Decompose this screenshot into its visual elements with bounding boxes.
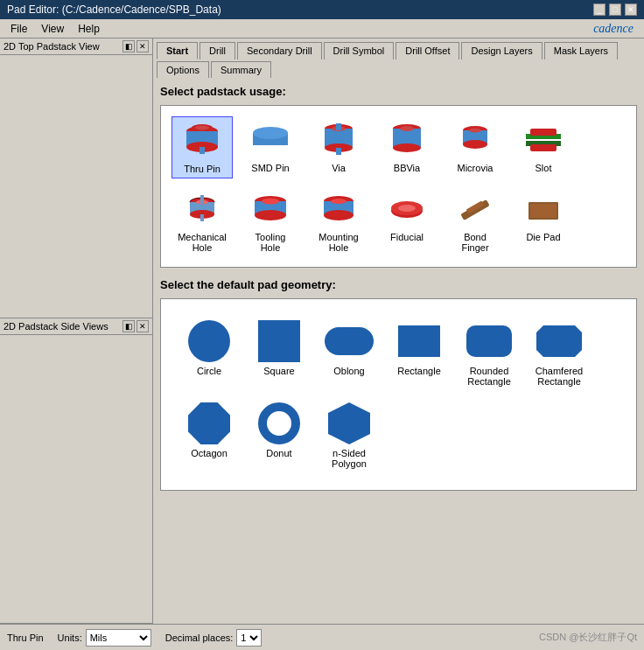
padstack-bond-finger[interactable]: BondFinger: [444, 185, 506, 256]
decimal-label: Decimal places:: [165, 633, 234, 643]
maximize-button[interactable]: □: [609, 3, 621, 16]
chamfered-rectangle-label: ChamferedRectangle: [536, 366, 583, 387]
svg-point-37: [262, 199, 279, 205]
circle-shape: [188, 320, 230, 362]
square-shape: [258, 320, 300, 362]
padstack-die-pad[interactable]: Die Pad: [513, 185, 574, 256]
padstack-via[interactable]: Via: [308, 116, 369, 178]
top-panel-close-btn[interactable]: ✕: [136, 40, 149, 52]
menu-view[interactable]: View: [34, 21, 71, 37]
mounting-hole-label: MountingHole: [318, 232, 358, 253]
tab-mask-layers[interactable]: Mask Layers: [544, 42, 618, 59]
bottom-panel-title: 2D Padstack Side Views: [4, 321, 108, 332]
padstack-selection-box: Thru Pin SMD Pin: [160, 105, 637, 268]
padstack-mechanical-hole[interactable]: MechanicalHole: [172, 185, 233, 256]
geometry-donut[interactable]: Donut: [248, 399, 310, 472]
microvia-label: Microvia: [458, 163, 494, 173]
svg-point-40: [324, 210, 354, 220]
rounded-rectangle-label: RoundedRectangle: [467, 366, 511, 387]
thru-pin-label: Thru Pin: [184, 164, 220, 174]
padstack-section-label: Select padstack usage:: [160, 85, 637, 98]
cadence-logo: cadence: [593, 22, 640, 36]
mechanical-hole-label: MechanicalHole: [178, 232, 227, 253]
padstack-thru-pin[interactable]: Thru Pin: [172, 116, 233, 178]
oblong-shape: [325, 327, 374, 355]
padstack-tooling-hole[interactable]: ToolingHole: [240, 185, 301, 256]
rounded-rect-shape: [466, 325, 512, 357]
title-bar-controls: _ □ ✕: [593, 3, 637, 16]
main-layout: 2D Top Padstack View ◧ ✕ 2D Padstack Sid…: [0, 38, 644, 624]
nsided-polygon-label: n-SidedPolygon: [332, 448, 367, 469]
tab-secondary-drill[interactable]: Secondary Drill: [237, 42, 322, 59]
top-panel-title: 2D Top Padstack View: [4, 41, 100, 52]
geometry-nsided-polygon[interactable]: n-SidedPolygon: [318, 399, 380, 472]
mechanical-hole-icon: [180, 189, 224, 228]
decimal-status: Decimal places: 0 1 2 3 4: [165, 629, 262, 647]
title-bar: Pad Editor: (C:/Cadence/Cadence/SPB_Data…: [0, 0, 644, 19]
bottom-panel-dock-btn[interactable]: ◧: [122, 320, 135, 332]
padstack-mounting-hole[interactable]: MountingHole: [308, 185, 369, 256]
svg-rect-15: [336, 148, 341, 155]
tab-start[interactable]: Start: [157, 42, 198, 59]
tab-options[interactable]: Options: [157, 61, 209, 78]
mounting-hole-icon: [317, 189, 360, 228]
tab-design-layers[interactable]: Design Layers: [461, 42, 542, 59]
padstack-smd-pin[interactable]: SMD Pin: [240, 116, 301, 178]
svg-point-23: [469, 129, 481, 133]
minimize-button[interactable]: _: [593, 3, 606, 16]
tab-drill[interactable]: Drill: [200, 42, 235, 59]
tab-drill-symbol[interactable]: Drill Symbol: [324, 42, 395, 59]
svg-rect-26: [530, 129, 556, 136]
svg-rect-4: [200, 147, 205, 154]
tab-drill-offset[interactable]: Drill Offset: [396, 42, 459, 59]
bottom-panel-close-btn[interactable]: ✕: [136, 320, 149, 332]
top-panel-header: 2D Top Padstack View ◧ ✕: [0, 38, 152, 55]
padstack-fiducial[interactable]: Fiducial: [376, 185, 438, 256]
geometry-square[interactable]: Square: [248, 317, 310, 390]
fiducial-label: Fiducial: [390, 232, 424, 242]
geometry-chamfered-rectangle[interactable]: ChamferedRectangle: [528, 317, 590, 390]
svg-point-19: [400, 126, 414, 131]
svg-point-22: [463, 140, 487, 149]
status-bar: Thru Pin Units: Mils Inches Millimeters …: [0, 624, 644, 650]
units-select[interactable]: Mils Inches Millimeters Microns: [86, 629, 151, 647]
svg-point-9: [253, 127, 288, 139]
bbvia-label: BBVia: [394, 163, 420, 173]
geometry-circle[interactable]: Circle: [178, 317, 240, 390]
chamfered-rect-shape: [536, 325, 582, 357]
close-button[interactable]: ✕: [625, 3, 637, 16]
svg-rect-32: [200, 195, 204, 204]
thru-pin-icon: [180, 121, 224, 160]
svg-rect-48: [530, 204, 556, 218]
units-label: Units:: [58, 633, 82, 643]
geometry-rounded-rectangle[interactable]: RoundedRectangle: [458, 317, 520, 390]
top-panel-icons: ◧ ✕: [122, 40, 149, 52]
geometry-oblong[interactable]: Oblong: [318, 317, 380, 390]
svg-rect-27: [530, 144, 556, 151]
pad-type-label: Thru Pin: [7, 633, 44, 643]
padstack-bbvia[interactable]: BBVia: [376, 116, 438, 178]
tab-summary[interactable]: Summary: [211, 61, 271, 78]
bond-finger-icon: [453, 189, 497, 228]
svg-point-44: [398, 205, 416, 212]
smd-pin-label: SMD Pin: [251, 163, 289, 173]
menu-help[interactable]: Help: [71, 21, 107, 37]
geometry-octagon[interactable]: Octagon: [178, 399, 240, 472]
octagon-label: Octagon: [191, 448, 228, 458]
svg-rect-33: [200, 214, 204, 221]
top-panel-dock-btn[interactable]: ◧: [122, 40, 135, 52]
square-label: Square: [263, 366, 294, 376]
menu-file[interactable]: File: [4, 21, 34, 37]
svg-rect-14: [336, 123, 341, 130]
padstack-microvia[interactable]: Microvia: [444, 116, 506, 178]
bond-finger-label: BondFinger: [461, 232, 488, 253]
geometry-section-label: Select the default pad geometry:: [160, 278, 637, 291]
svg-point-36: [255, 210, 286, 220]
title-bar-title: Pad Editor: (C:/Cadence/Cadence/SPB_Data…: [7, 3, 221, 16]
rectangle-shape: [398, 325, 440, 357]
decimal-select[interactable]: 0 1 2 3 4: [236, 629, 262, 647]
geometry-rectangle[interactable]: Rectangle: [388, 317, 450, 390]
padstack-slot[interactable]: Slot: [513, 116, 574, 178]
watermark: CSDN @长沙红胖子Qt: [539, 631, 637, 644]
bbvia-icon: [385, 120, 429, 159]
